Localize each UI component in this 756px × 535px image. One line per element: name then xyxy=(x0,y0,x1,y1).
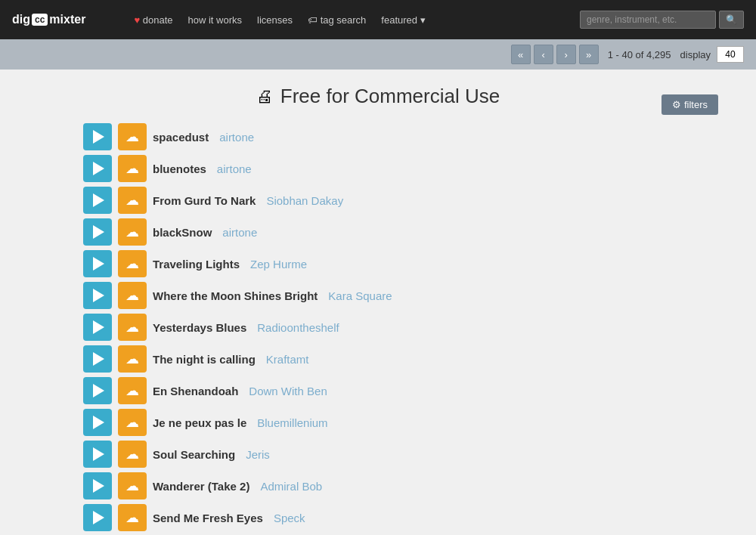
filters-button[interactable]: ⚙ filters xyxy=(662,94,718,115)
search-area: 🔍 xyxy=(580,11,744,29)
play-icon xyxy=(93,257,104,271)
track-artist: Kraftamt xyxy=(266,353,309,366)
play-icon xyxy=(93,130,104,144)
cloud-icon: ☁ xyxy=(125,382,139,399)
cloud-button[interactable]: ☁ xyxy=(118,504,147,531)
page-title-row: 🖨 Free for Commercial Use xyxy=(15,85,741,108)
play-button[interactable] xyxy=(83,187,112,214)
nav-donate[interactable]: ♥ donate xyxy=(134,14,172,26)
track-title: spacedust xyxy=(153,131,209,144)
cloud-button[interactable]: ☁ xyxy=(118,377,147,404)
track-title: The night is calling xyxy=(153,353,256,366)
play-icon xyxy=(93,162,104,175)
track-artist: Admiral Bob xyxy=(260,480,322,493)
play-button[interactable] xyxy=(83,441,112,468)
track-title: Traveling Lights xyxy=(153,258,240,271)
nav-licenses[interactable]: licenses xyxy=(257,14,293,26)
track-title: bluenotes xyxy=(153,162,206,175)
title-filters-row: 🖨 Free for Commercial Use ⚙ filters xyxy=(15,85,741,108)
play-icon xyxy=(93,447,104,461)
play-icon xyxy=(93,289,104,302)
track-artist: Siobhan Dakay xyxy=(266,194,343,207)
search-button[interactable]: 🔍 xyxy=(719,11,744,29)
cloud-button[interactable]: ☁ xyxy=(118,409,147,436)
cloud-button[interactable]: ☁ xyxy=(118,472,147,499)
play-button[interactable] xyxy=(83,472,112,499)
play-button[interactable] xyxy=(83,504,112,531)
cloud-icon: ☁ xyxy=(125,351,139,367)
pag-prev-button[interactable]: ‹ xyxy=(534,45,553,64)
cloud-icon: ☁ xyxy=(125,192,139,209)
tag-icon: 🏷 xyxy=(308,14,318,26)
search-input[interactable] xyxy=(580,11,716,29)
display-input[interactable] xyxy=(717,46,744,63)
play-button[interactable] xyxy=(83,282,112,309)
page-title: Free for Commercial Use xyxy=(280,85,500,108)
track-title: blackSnow xyxy=(153,226,212,239)
page-icon: 🖨 xyxy=(256,87,273,107)
track-title: Soul Searching xyxy=(153,448,235,461)
track-item: ☁ Wanderer (Take 2) Admiral Bob xyxy=(83,472,673,499)
play-icon xyxy=(93,352,104,366)
play-icon xyxy=(93,384,104,397)
track-item: ☁ From Gurd To Nark Siobhan Dakay xyxy=(83,187,673,214)
pag-first-button[interactable]: « xyxy=(511,45,531,64)
main-content: 🖨 Free for Commercial Use ⚙ filters ☁ sp… xyxy=(0,70,756,535)
cloud-icon: ☁ xyxy=(125,287,139,304)
cloud-button[interactable]: ☁ xyxy=(118,314,147,341)
cloud-button[interactable]: ☁ xyxy=(118,441,147,468)
pag-next-button[interactable]: › xyxy=(556,45,576,64)
cloud-button[interactable]: ☁ xyxy=(118,187,147,214)
play-button[interactable] xyxy=(83,218,112,246)
nav-how-it-works[interactable]: how it works xyxy=(188,14,243,26)
track-artist: Zep Hurme xyxy=(250,258,307,271)
nav-tag-search-label: tag search xyxy=(321,14,367,26)
pag-last-button[interactable]: » xyxy=(579,45,599,64)
cloud-button[interactable]: ☁ xyxy=(118,218,147,246)
track-artist: airtone xyxy=(219,131,254,144)
logo-cc: cc xyxy=(32,14,48,26)
track-artist: Speck xyxy=(274,512,305,524)
play-button[interactable] xyxy=(83,123,112,150)
play-button[interactable] xyxy=(83,314,112,341)
track-artist: airtone xyxy=(222,226,257,239)
track-item: ☁ bluenotes airtone xyxy=(83,155,673,182)
cloud-icon: ☁ xyxy=(125,446,139,462)
track-item: ☁ Yesterdays Blues Radioontheshelf xyxy=(83,314,673,341)
pagination-info: 1 - 40 of 4,295 xyxy=(608,49,671,60)
cloud-button[interactable]: ☁ xyxy=(118,155,147,182)
header: dig cc mixter ♥ donate how it works lice… xyxy=(0,0,756,39)
cloud-icon: ☁ xyxy=(125,478,139,494)
nav-donate-label: donate xyxy=(143,14,173,26)
cloud-button[interactable]: ☁ xyxy=(118,282,147,309)
cloud-button[interactable]: ☁ xyxy=(118,123,147,150)
logo[interactable]: dig cc mixter xyxy=(12,13,85,26)
track-artist: Radioontheshelf xyxy=(257,321,339,334)
cloud-button[interactable]: ☁ xyxy=(118,345,147,373)
track-item: ☁ Soul Searching Jeris xyxy=(83,441,673,468)
nav-featured[interactable]: featured ▾ xyxy=(381,14,426,26)
play-button[interactable] xyxy=(83,250,112,277)
nav: ♥ donate how it works licenses 🏷 tag sea… xyxy=(134,14,426,26)
cloud-button[interactable]: ☁ xyxy=(118,250,147,277)
play-icon xyxy=(93,225,104,239)
cloud-icon: ☁ xyxy=(125,319,139,336)
track-item: ☁ Where the Moon Shines Bright Kara Squa… xyxy=(83,282,673,309)
play-button[interactable] xyxy=(83,155,112,182)
track-artist: airtone xyxy=(217,162,252,175)
track-title: Yesterdays Blues xyxy=(153,321,246,334)
cloud-icon: ☁ xyxy=(125,509,139,526)
play-button[interactable] xyxy=(83,377,112,404)
nav-featured-label: featured xyxy=(381,14,417,26)
logo-mixter: mixter xyxy=(49,13,85,26)
track-item: ☁ Je ne peux pas le Bluemillenium xyxy=(83,409,673,436)
nav-tag-search[interactable]: 🏷 tag search xyxy=(308,14,366,26)
track-artist: Kara Square xyxy=(328,289,392,302)
track-title: Wanderer (Take 2) xyxy=(153,480,249,493)
track-item: ☁ Traveling Lights Zep Hurme xyxy=(83,250,673,277)
play-button[interactable] xyxy=(83,345,112,373)
play-icon xyxy=(93,416,104,429)
track-item: ☁ spacedust airtone xyxy=(83,123,673,150)
play-button[interactable] xyxy=(83,409,112,436)
cloud-icon: ☁ xyxy=(125,414,139,431)
